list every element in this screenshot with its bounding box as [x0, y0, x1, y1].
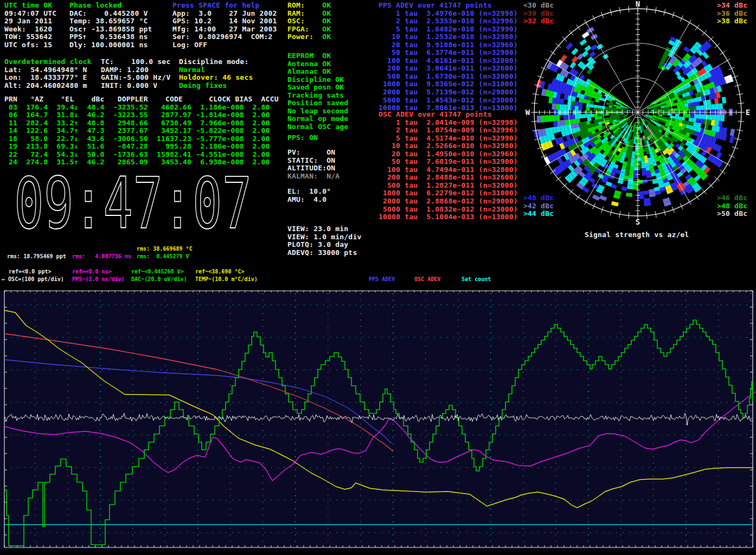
legend-pps-adev: PPS ADEV: [369, 276, 395, 283]
legend-sat-count: Sat count: [462, 276, 491, 283]
utc-time-block: UTC time OK09:47:07 UTC29 Jan 2011Week: …: [4, 2, 56, 49]
rms-pps: rms: 4.007736 ns: [72, 253, 131, 260]
loop-params-block: TC: 100.0 secDAMP: 1.200GAIN:-5.000 Hz/V…: [101, 58, 170, 90]
ref-dac: ref~<0.445260 V>: [131, 268, 184, 276]
compass-w: W: [526, 108, 530, 117]
receiver-mode-block: PV: ONSTATIC: ONALTITUDE:ONKALMAN: N/A: [287, 149, 339, 180]
rms-dac: rms: 0.445279 V: [137, 253, 189, 260]
digital-clock: 09:47:07: [14, 168, 252, 239]
compass-s: S: [636, 218, 640, 226]
view-queue-block: VIEW: 23.0 minVIEW: 1.0 min/divPLOTQ: 3.…: [287, 225, 361, 257]
scale-pps: PPS~(2.0 ns/div): [72, 276, 125, 283]
ref-osc: ref=<0.0 ppt>: [9, 268, 52, 276]
mask-block: EL: 10.0°AMU: 4.0: [287, 188, 331, 203]
pps-adev-table: PPS ADEV over 41747 points 1 tau 3.4976e…: [379, 2, 518, 112]
signal-strength-polar-plot: NSWE: [515, 0, 756, 230]
phase-lock-block: Phase lockedDAC: 0.445280 VTemp: 38.6596…: [69, 2, 152, 49]
rms-temp: rms: 38.669689 °C: [137, 245, 193, 253]
compass-n: N: [636, 0, 640, 8]
strip-chart-plot: [0, 286, 756, 555]
discipline-mode-block: Discipline mode:NormalHoldover: 46 secsD…: [179, 58, 253, 90]
overdetermined-clock-block: Overdetermined clockLat: 54.4964948° NLo…: [4, 58, 92, 90]
scale-dac: DAC~(20.0 uV/div): [131, 276, 187, 283]
scale-temp: TEMP~(10.0 m°C/div): [195, 276, 258, 283]
scale-osc: ← OSC=(100 ppt/div): [2, 276, 64, 283]
help-version-block: Press SPACE for helpApp: 3.0 27 Jun 2002…: [172, 2, 277, 49]
satellite-table: PRN °AZ °EL dBc DOPPLER CODE CLOCK BIAS …: [4, 95, 279, 167]
osc-adev-table: OSC ADEV over 41747 points 1 tau 2.0414e…: [379, 111, 518, 221]
status-block: EEPROM OKAntenna OKAlmanac OKDiscipline …: [287, 52, 348, 131]
pps-state-block: PPS: ON: [287, 134, 318, 142]
digital-clock-time: 09:47:07: [14, 162, 252, 245]
rms-osc: rms: 18.795469 ppt: [7, 253, 66, 260]
polar-caption: Signal strength vs az/el: [585, 231, 689, 239]
legend-osc-adev: OSC ADEV: [414, 276, 440, 283]
lady-heather-gpsdo-screen: { "palette": { "g":"#00e400","w":"#ecece…: [0, 0, 756, 555]
selftest-block: ROM: OKRAM: OKOSC: OKFPGA: OKPower: OK: [287, 2, 331, 41]
ref-pps: ref=<0.0 ns>: [72, 268, 112, 276]
ref-temp: ref~<38.690 °C>: [195, 268, 245, 276]
compass-e: E: [746, 108, 750, 117]
